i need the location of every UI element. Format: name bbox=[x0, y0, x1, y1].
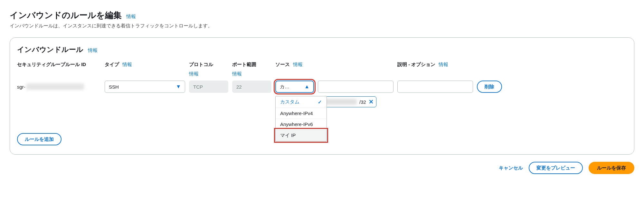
close-icon[interactable]: ✕ bbox=[369, 98, 374, 105]
col-header-type: タイプ 情報 bbox=[105, 62, 185, 80]
option-label: Anywhere-IPv4 bbox=[280, 111, 313, 116]
col-label: プロトコル bbox=[189, 62, 228, 68]
option-label: カスタム bbox=[280, 99, 299, 105]
col-header-sg-rule-id: セキュリティグループルール ID bbox=[17, 62, 101, 80]
cancel-button[interactable]: キャンセル bbox=[499, 165, 523, 171]
check-icon: ✓ bbox=[318, 99, 322, 105]
info-link-description[interactable]: 情報 bbox=[439, 62, 448, 80]
cell-source-search bbox=[318, 80, 393, 93]
option-label: Anywhere-IPv6 bbox=[280, 121, 313, 127]
type-select[interactable]: SSH ▼ bbox=[105, 81, 185, 93]
col-label: タイプ bbox=[105, 62, 119, 80]
panel-title: インバウンドルール bbox=[17, 45, 83, 54]
col-label: 説明 - オプション bbox=[397, 62, 435, 80]
source-option-anywhere-ipv4[interactable]: Anywhere-IPv4 bbox=[276, 108, 327, 119]
source-option-anywhere-ipv6[interactable]: Anywhere-IPv6 bbox=[276, 119, 327, 130]
cidr-chip-row: /32 ✕ bbox=[318, 96, 393, 107]
cell-description bbox=[397, 80, 473, 93]
sgr-prefix: sgr- bbox=[17, 84, 25, 90]
source-dropdown: カスタム ✓ Anywhere-IPv4 Anywhere-IPv6 マイ IP bbox=[275, 96, 327, 141]
cell-sg-rule-id: sgr- bbox=[17, 80, 101, 93]
col-header-description: 説明 - オプション 情報 bbox=[397, 62, 473, 80]
source-select-value: カ… bbox=[280, 84, 289, 90]
cell-protocol: TCP bbox=[189, 80, 228, 93]
info-link-panel[interactable]: 情報 bbox=[88, 47, 98, 53]
col-header-actions bbox=[477, 62, 627, 80]
info-link-page[interactable]: 情報 bbox=[126, 14, 136, 20]
col-header-source: ソース 情報 bbox=[275, 62, 393, 80]
port-value: 22 bbox=[236, 84, 242, 90]
cidr-suffix: /32 bbox=[359, 99, 366, 105]
col-label: ポート範囲 bbox=[232, 62, 271, 68]
source-select[interactable]: カ… ▲ bbox=[275, 81, 314, 93]
cell-type: SSH ▼ bbox=[105, 80, 185, 93]
info-link-protocol[interactable]: 情報 bbox=[189, 71, 228, 77]
col-header-protocol: プロトコル 情報 bbox=[189, 62, 228, 80]
inbound-rules-panel: インバウンドルール 情報 セキュリティグループルール ID タイプ 情報 プロト… bbox=[10, 37, 634, 155]
col-label: ソース bbox=[275, 62, 290, 80]
page-title: インバウンドのルールを編集 bbox=[10, 10, 122, 21]
footer-actions: キャンセル 変更をプレビュー ルールを保存 bbox=[10, 162, 634, 174]
info-link-source[interactable]: 情報 bbox=[293, 62, 303, 80]
caret-up-icon: ▲ bbox=[304, 84, 309, 90]
preview-changes-button[interactable]: 変更をプレビュー bbox=[529, 162, 583, 174]
protocol-field: TCP bbox=[189, 81, 228, 93]
info-link-type[interactable]: 情報 bbox=[122, 62, 132, 80]
protocol-value: TCP bbox=[193, 84, 203, 90]
col-label: セキュリティグループルール ID bbox=[17, 62, 86, 80]
save-rules-button[interactable]: ルールを保存 bbox=[589, 162, 634, 174]
type-select-value: SSH bbox=[109, 84, 119, 90]
sgr-id-redacted bbox=[26, 83, 84, 90]
port-field: 22 bbox=[232, 81, 271, 93]
page-subtitle: インバウンドルールは、インスタンスに到達できる着信トラフィックをコントロールしま… bbox=[10, 23, 634, 29]
cell-source-select: カ… ▲ カスタム ✓ Anywhere-IPv4 Anywhere-IPv6 bbox=[275, 80, 314, 93]
source-option-custom[interactable]: カスタム ✓ bbox=[276, 96, 327, 108]
col-header-port-range: ポート範囲 情報 bbox=[232, 62, 271, 80]
source-option-my-ip[interactable]: マイ IP bbox=[276, 130, 327, 141]
add-rule-button[interactable]: ルールを追加 bbox=[17, 133, 62, 145]
info-link-port[interactable]: 情報 bbox=[232, 71, 271, 77]
description-input[interactable] bbox=[397, 81, 473, 93]
cell-delete: 削除 bbox=[477, 80, 627, 93]
option-label: マイ IP bbox=[280, 132, 296, 139]
source-search-input[interactable] bbox=[318, 81, 393, 93]
caret-down-icon: ▼ bbox=[176, 84, 181, 90]
cell-port: 22 bbox=[232, 80, 271, 93]
delete-button[interactable]: 削除 bbox=[477, 81, 502, 93]
